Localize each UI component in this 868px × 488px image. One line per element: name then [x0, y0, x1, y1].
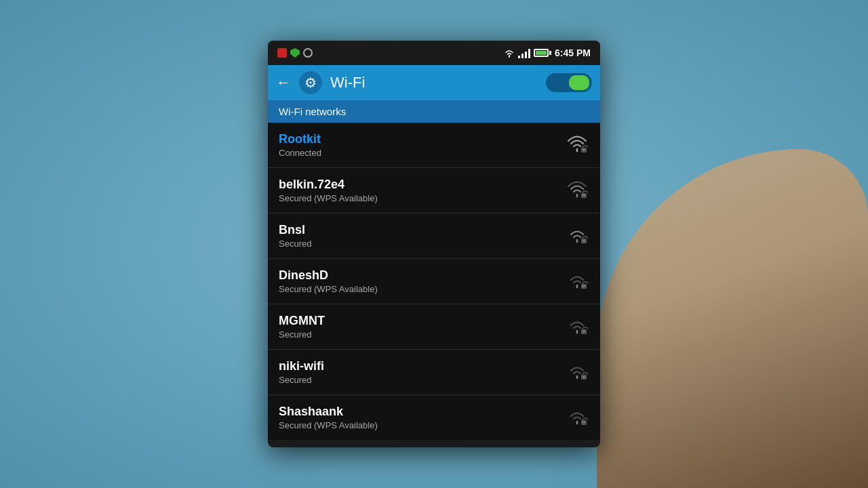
network-item-mgmnt[interactable]: MGMNT Secured [268, 304, 600, 350]
network-info-belkin: belkin.72e4 Secured (WPS Available) [279, 178, 557, 203]
signal-bar-2 [521, 54, 524, 58]
network-item-shashaank[interactable]: Shashaank Secured (WPS Available) [268, 395, 600, 440]
network-name-dineshd: DineshD [279, 268, 557, 283]
network-name-niki-wifi: niki-wifi [279, 359, 557, 373]
network-item-belkin[interactable]: belkin.72e4 Secured (WPS Available) [268, 168, 600, 214]
red-indicator-icon [277, 48, 287, 58]
wifi-signal-shashaank [565, 405, 589, 430]
network-info-bnsl: Bnsl Secured [279, 223, 557, 249]
signal-bar-3 [525, 52, 527, 58]
svg-rect-1 [583, 149, 585, 150]
network-status-mgmnt: Secured [279, 329, 557, 340]
network-item-niki-wifi[interactable]: niki-wifi Secured [268, 350, 600, 395]
status-bar: 6:45 PM [268, 41, 600, 65]
wifi-toggle[interactable] [546, 73, 592, 92]
signal-bars-icon [518, 47, 530, 58]
network-item-rootkit[interactable]: Rootkit Connected [268, 123, 600, 168]
network-status-shashaank: Secured (WPS Available) [279, 420, 557, 430]
phone-screen: 6:45 PM ← ⚙ Wi-Fi Wi-Fi networks Rootkit… [268, 41, 600, 447]
network-name-mgmnt: MGMNT [279, 314, 557, 328]
globe-indicator-icon [303, 48, 313, 58]
svg-rect-9 [583, 331, 585, 332]
battery-icon [534, 49, 551, 57]
wifi-signal-mgmnt [565, 314, 589, 339]
svg-rect-13 [583, 422, 585, 423]
network-status-niki-wifi: Secured [279, 375, 557, 385]
network-list: Rootkit Connected belkin.72e4 [268, 123, 600, 440]
signal-bar-1 [518, 56, 520, 58]
wifi-signal-belkin [565, 178, 589, 203]
svg-rect-5 [583, 240, 585, 241]
wifi-signal-niki-wifi [565, 360, 589, 384]
status-bar-right-icons: 6:45 PM [504, 47, 591, 58]
wifi-toggle-track [547, 75, 591, 91]
wifi-networks-label: Wi-Fi networks [279, 106, 346, 117]
network-info-dineshd: DineshD Secured (WPS Available) [279, 268, 557, 294]
network-name-shashaank: Shashaank [279, 405, 557, 419]
network-info-shashaank: Shashaank Secured (WPS Available) [279, 405, 557, 430]
network-item-dineshd[interactable]: DineshD Secured (WPS Available) [268, 259, 600, 304]
network-name-rootkit: Rootkit [279, 132, 557, 146]
battery-fill [536, 51, 547, 55]
gear-icon: ⚙ [304, 75, 317, 91]
network-status-dineshd: Secured (WPS Available) [279, 284, 557, 294]
network-item-bnsl[interactable]: Bnsl Secured [268, 214, 600, 259]
shield-indicator-icon [290, 48, 300, 58]
network-name-bnsl: Bnsl [279, 223, 557, 237]
network-name-belkin: belkin.72e4 [279, 178, 557, 192]
status-time: 6:45 PM [555, 47, 591, 58]
network-info-niki-wifi: niki-wifi Secured [279, 359, 557, 385]
network-status-belkin: Secured (WPS Available) [279, 193, 557, 203]
status-bar-left-icons [277, 48, 500, 58]
app-bar-title: Wi-Fi [330, 74, 538, 92]
wifi-signal-rootkit [565, 133, 589, 157]
battery-body [534, 49, 549, 57]
app-bar: ← ⚙ Wi-Fi [268, 65, 600, 100]
battery-tip [549, 51, 551, 55]
wifi-networks-section-header: Wi-Fi networks [268, 100, 600, 123]
svg-rect-7 [583, 285, 585, 287]
settings-gear-icon-wrap: ⚙ [299, 71, 322, 94]
wifi-status-icon [504, 48, 515, 58]
back-button[interactable]: ← [276, 74, 291, 92]
svg-rect-3 [583, 195, 585, 196]
wifi-signal-dineshd [565, 269, 589, 293]
network-info-rootkit: Rootkit Connected [279, 132, 557, 158]
network-status-bnsl: Secured [279, 239, 557, 249]
wifi-toggle-thumb [569, 75, 589, 90]
svg-rect-11 [583, 376, 585, 378]
signal-bar-4 [528, 49, 530, 58]
wifi-signal-bnsl [565, 224, 589, 248]
network-info-mgmnt: MGMNT Secured [279, 314, 557, 340]
network-status-rootkit: Connected [279, 148, 557, 158]
